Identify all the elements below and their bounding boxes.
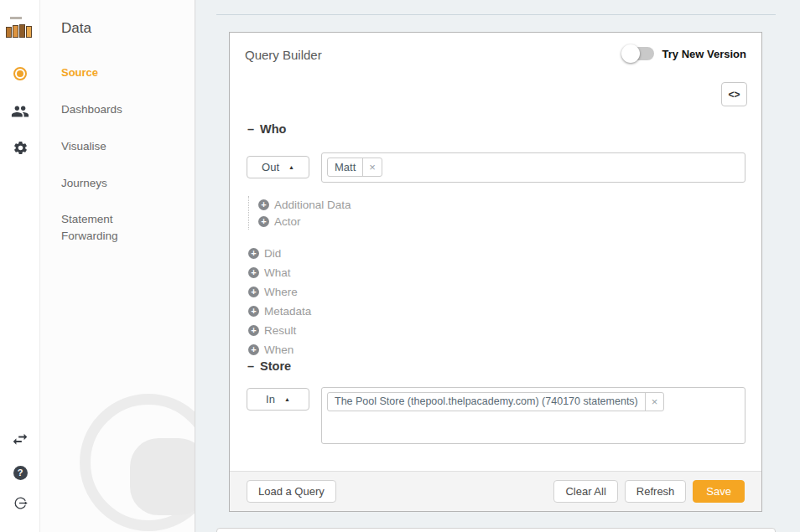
- settings-gear-icon[interactable]: [0, 140, 40, 156]
- sidebar-item-dashboards[interactable]: Dashboards: [61, 101, 170, 118]
- try-new-version-group: Try New Version: [624, 47, 746, 60]
- sidebar-item-statement-forwarding[interactable]: Statement Forwarding: [61, 211, 153, 245]
- plus-icon: +: [248, 325, 259, 336]
- next-panel-edge: [216, 528, 776, 532]
- sidebar-item-visualise[interactable]: Visualise: [61, 138, 170, 155]
- section-metadata[interactable]: + Metadata: [248, 304, 311, 318]
- plus-icon: +: [258, 199, 269, 210]
- who-operator-dropdown[interactable]: Out ▲: [247, 156, 309, 178]
- app-logo[interactable]: [6, 17, 34, 38]
- store-tag-input[interactable]: The Pool Store (thepool.thelpacademy.com…: [321, 387, 745, 444]
- dropdown-value: In: [266, 393, 275, 405]
- plus-icon: +: [248, 248, 259, 259]
- clear-all-button[interactable]: Clear All: [553, 480, 617, 503]
- users-icon[interactable]: [0, 102, 40, 121]
- section-label: Who: [260, 122, 286, 136]
- store-operator-dropdown[interactable]: In ▲: [247, 388, 309, 411]
- icon-rail: ?: [0, 0, 40, 532]
- sidebar-heading: Data: [61, 20, 91, 37]
- source-icon[interactable]: [0, 67, 40, 80]
- add-additional-data[interactable]: + Additional Data: [258, 196, 351, 213]
- collapse-icon: –: [247, 122, 254, 136]
- swap-arrows-icon[interactable]: [0, 432, 40, 451]
- remove-tag-icon[interactable]: ×: [362, 158, 382, 176]
- remove-tag-icon[interactable]: ×: [645, 393, 664, 411]
- caret-up-icon: ▲: [288, 164, 294, 170]
- data-sidebar: Data Source Dashboards Visualise Journey…: [40, 0, 195, 532]
- add-actor[interactable]: + Actor: [258, 213, 351, 230]
- section-where[interactable]: + Where: [248, 285, 298, 299]
- refresh-button[interactable]: Refresh: [625, 480, 687, 503]
- page-title: Query Builder: [245, 48, 322, 62]
- plus-icon: +: [248, 287, 259, 297]
- sidebar-item-journeys[interactable]: Journeys: [61, 175, 170, 192]
- save-button[interactable]: Save: [693, 480, 745, 503]
- section-label: Store: [260, 359, 291, 373]
- logo-books: [6, 24, 32, 38]
- watermark-dot: [130, 438, 195, 515]
- tag-label: The Pool Store (thepool.thelpacademy.com…: [328, 393, 645, 411]
- plus-icon: +: [248, 306, 259, 317]
- who-tag-input[interactable]: Matt ×: [321, 152, 745, 183]
- who-tag: Matt ×: [327, 158, 382, 177]
- dropdown-value: Out: [262, 161, 279, 173]
- section-header-who[interactable]: – Who: [247, 122, 286, 136]
- plus-icon: +: [258, 216, 269, 227]
- caret-up-icon: ▲: [284, 396, 290, 402]
- collapse-icon: –: [247, 359, 254, 373]
- view-query-code-button[interactable]: <>: [721, 82, 747, 106]
- section-did[interactable]: + Did: [248, 246, 281, 261]
- store-tag: The Pool Store (thepool.thelpacademy.com…: [327, 392, 664, 411]
- help-icon[interactable]: ?: [0, 466, 40, 480]
- plus-icon: +: [248, 267, 259, 278]
- section-what[interactable]: + What: [248, 266, 291, 280]
- toggle-knob: [621, 44, 640, 63]
- try-new-version-toggle[interactable]: [624, 47, 654, 60]
- logout-icon[interactable]: [0, 495, 40, 511]
- toggle-label: Try New Version: [662, 48, 746, 60]
- section-header-store[interactable]: – Store: [247, 359, 291, 373]
- query-builder-footer: Load a Query Clear All Refresh Save: [230, 471, 761, 511]
- plus-icon: +: [248, 344, 259, 355]
- who-sub-options: + Additional Data + Actor: [248, 196, 351, 230]
- query-builder-card: Query Builder Try New Version <> – Who O…: [229, 32, 762, 512]
- footer-actions: Clear All Refresh Save: [553, 480, 745, 503]
- sidebar-item-source[interactable]: Source: [61, 65, 170, 81]
- load-query-button[interactable]: Load a Query: [247, 480, 336, 503]
- tag-label: Matt: [328, 158, 362, 176]
- section-result[interactable]: + Result: [248, 323, 296, 338]
- section-when[interactable]: + When: [248, 343, 294, 357]
- top-divider: [216, 14, 776, 15]
- main-content: Query Builder Try New Version <> – Who O…: [195, 0, 800, 532]
- logo-detail: [10, 17, 22, 19]
